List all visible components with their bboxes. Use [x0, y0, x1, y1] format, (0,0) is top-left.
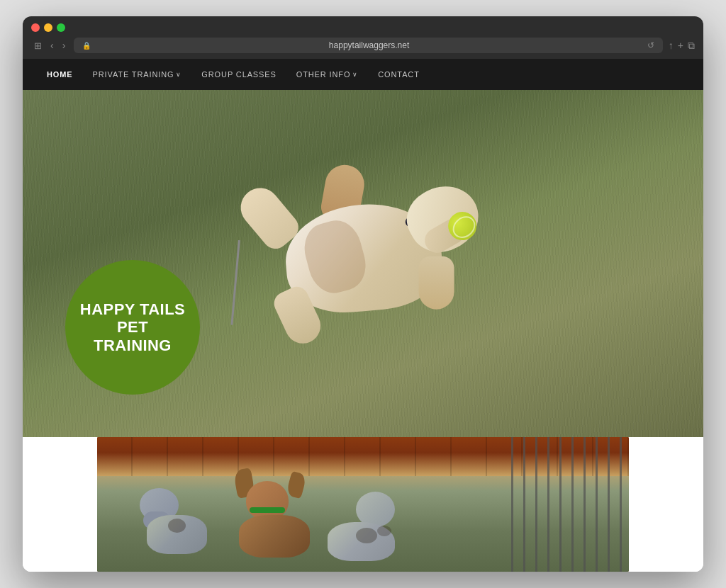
kennel-dog-2	[225, 483, 324, 568]
browser-window: ⊞ ‹ › 🔒 happytailwaggers.net ↺ ↑ + ⧉ HOM…	[23, 16, 703, 572]
lock-icon: 🔒	[82, 42, 91, 50]
address-bar[interactable]: 🔒 happytailwaggers.net ↺	[74, 38, 662, 53]
kennel-dog-1	[140, 490, 225, 568]
dog-scene: HAPPY TAILS PET TRAINING	[23, 90, 703, 437]
lower-section	[23, 437, 703, 572]
paw-rear-right	[419, 256, 454, 310]
nav-item-other-info[interactable]: OTHER INFO	[286, 59, 369, 90]
close-button[interactable]	[31, 23, 40, 32]
nav-item-contact[interactable]: CONTACT	[368, 59, 430, 90]
maximize-button[interactable]	[57, 23, 65, 32]
dog2-collar	[250, 507, 285, 513]
website-content: HOME PRIVATE TRAINING GROUP CLASSES OTHE…	[23, 59, 703, 572]
dog3-spot2	[377, 526, 391, 536]
dog1-body	[147, 515, 207, 554]
hero-background: HAPPY TAILS PET TRAINING	[23, 90, 703, 437]
kennel-image	[97, 437, 629, 572]
toolbar-right: ↑ + ⧉	[669, 40, 695, 52]
sidebar-toggle-button[interactable]: ⊞	[31, 39, 45, 52]
nav-item-home[interactable]: HOME	[37, 59, 83, 90]
dog1-spot	[168, 519, 186, 533]
browser-chrome: ⊞ ‹ › 🔒 happytailwaggers.net ↺ ↑ + ⧉	[23, 16, 703, 59]
hero-logo-text: HAPPY TAILS PET TRAINING	[79, 300, 186, 354]
dog3-body	[328, 522, 395, 561]
nav-item-private-training[interactable]: PRIVATE TRAINING	[83, 59, 192, 90]
hero-logo-line2: PET TRAINING	[94, 318, 172, 354]
hero-logo-circle: HAPPY TAILS PET TRAINING	[65, 260, 200, 395]
site-nav: HOME PRIVATE TRAINING GROUP CLASSES OTHE…	[23, 59, 703, 90]
dog2-body	[239, 515, 310, 558]
refresh-button[interactable]: ↺	[647, 40, 654, 50]
cage-bars	[501, 437, 629, 572]
forward-button[interactable]: ›	[60, 38, 69, 52]
hero-logo-line1: HAPPY TAILS	[80, 300, 185, 318]
dog3-spot1	[356, 528, 377, 543]
minimize-button[interactable]	[44, 23, 52, 32]
share-button[interactable]: ↑	[669, 40, 674, 51]
browser-toolbar: ⊞ ‹ › 🔒 happytailwaggers.net ↺ ↑ + ⧉	[31, 38, 695, 59]
back-button[interactable]: ‹	[48, 38, 57, 52]
hero-section: HAPPY TAILS PET TRAINING	[23, 90, 703, 437]
kennel-scene	[97, 437, 629, 572]
tabs-button[interactable]: ⧉	[688, 40, 695, 52]
kennel-dog-3	[317, 490, 409, 572]
traffic-lights	[31, 23, 695, 32]
dog2-head	[246, 481, 289, 520]
nav-item-group-classes[interactable]: GROUP CLASSES	[191, 59, 286, 90]
nav-arrows: ⊞ ‹ ›	[31, 38, 68, 52]
new-tab-button[interactable]: +	[678, 40, 683, 51]
url-text: happytailwaggers.net	[95, 40, 642, 50]
